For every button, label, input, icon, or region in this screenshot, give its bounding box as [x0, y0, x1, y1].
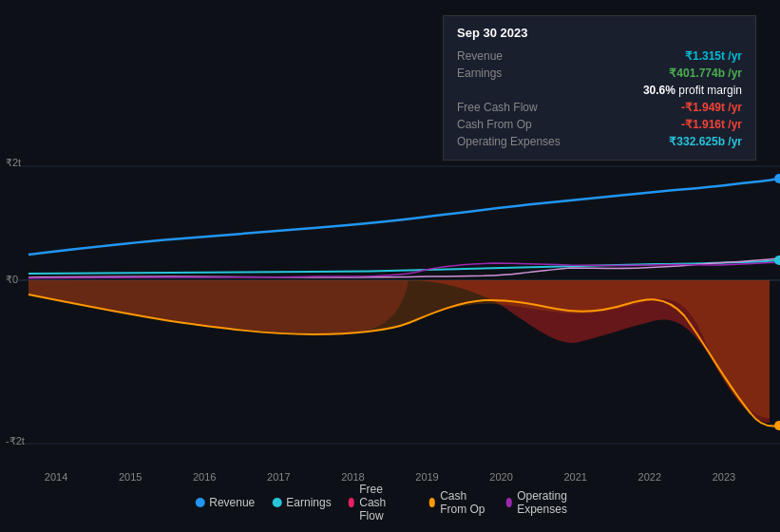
legend-label-earnings: Earnings: [286, 496, 331, 509]
legend-item-earnings[interactable]: Earnings: [272, 496, 331, 509]
chart-container: ₹2t ₹0 -₹2t 2014 2015 2016 2017 2018 201…: [0, 0, 780, 532]
x-label-2014: 2014: [45, 471, 67, 483]
x-axis: 2014 2015 2016 2017 2018 2019 2020 2021 …: [0, 471, 780, 483]
legend-label-opex: Operating Expenses: [517, 489, 585, 516]
x-label-2020: 2020: [489, 471, 512, 483]
tooltip-value-cashfromop: -₹1.916t /yr: [681, 118, 742, 131]
tooltip-box: Sep 30 2023 Revenue ₹1.315t /yr Earnings…: [443, 15, 756, 161]
tooltip-profit-margin: 30.6% profit margin: [643, 84, 742, 97]
legend-label-fcf: Free Cash Flow: [359, 483, 411, 522]
tooltip-label-cashfromop: Cash From Op: [457, 118, 532, 131]
legend-dot-cashfromop: [429, 498, 436, 507]
x-label-2016: 2016: [193, 471, 216, 483]
chart-legend: Revenue Earnings Free Cash Flow Cash Fro…: [195, 483, 585, 522]
x-label-2021: 2021: [563, 471, 586, 483]
x-label-2019: 2019: [415, 471, 438, 483]
tooltip-row-fcf: Free Cash Flow -₹1.949t /yr: [457, 99, 742, 116]
x-label-2017: 2017: [267, 471, 290, 483]
legend-dot-earnings: [272, 498, 281, 507]
x-label-2023: 2023: [713, 471, 735, 483]
x-label-2022: 2022: [638, 471, 661, 483]
tooltip-label-earnings: Earnings: [457, 66, 502, 80]
tooltip-value-fcf: -₹1.949t /yr: [681, 101, 742, 114]
tooltip-label-fcf: Free Cash Flow: [457, 101, 538, 114]
tooltip-row-revenue: Revenue ₹1.315t /yr: [457, 48, 742, 65]
legend-item-cashfromop[interactable]: Cash From Op: [429, 489, 489, 516]
y-axis-label-2t: ₹2t: [6, 157, 21, 169]
legend-dot-revenue: [195, 498, 204, 507]
tooltip-row-margin: 30.6% profit margin: [457, 82, 742, 99]
tooltip-label-revenue: Revenue: [457, 49, 503, 63]
tooltip-row-cashfromop: Cash From Op -₹1.916t /yr: [457, 116, 742, 133]
legend-label-revenue: Revenue: [209, 496, 255, 509]
tooltip-value-earnings: ₹401.774b /yr: [669, 66, 742, 80]
x-label-2015: 2015: [119, 471, 142, 483]
y-axis-label-neg2t: -₹2t: [6, 435, 25, 447]
legend-item-opex[interactable]: Operating Expenses: [506, 489, 585, 516]
x-label-2018: 2018: [341, 471, 364, 483]
y-axis-label-0: ₹0: [6, 274, 18, 286]
tooltip-date: Sep 30 2023: [457, 26, 742, 40]
tooltip-label-opex: Operating Expenses: [457, 135, 561, 148]
tooltip-value-revenue: ₹1.315t /yr: [685, 49, 742, 63]
legend-dot-opex: [506, 498, 513, 507]
legend-item-revenue[interactable]: Revenue: [195, 496, 255, 509]
tooltip-row-earnings: Earnings ₹401.774b /yr: [457, 65, 742, 82]
tooltip-row-opex: Operating Expenses ₹332.625b /yr: [457, 133, 742, 150]
legend-dot-fcf: [349, 498, 355, 507]
legend-label-cashfromop: Cash From Op: [440, 489, 488, 516]
tooltip-value-opex: ₹332.625b /yr: [669, 135, 742, 148]
legend-item-fcf[interactable]: Free Cash Flow: [349, 483, 412, 522]
